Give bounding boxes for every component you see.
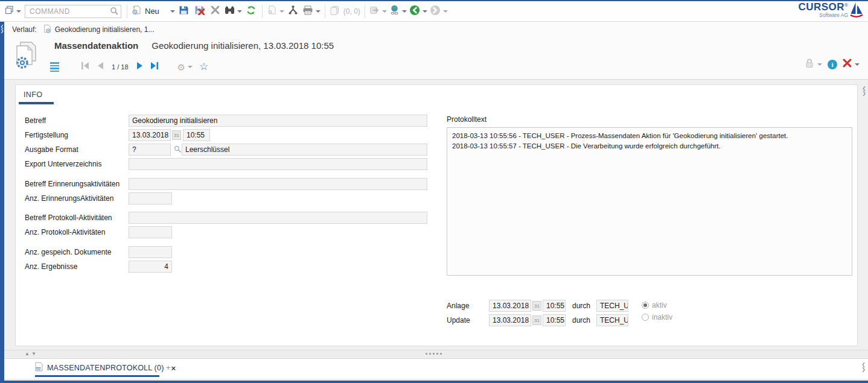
document-plus-icon (267, 5, 277, 17)
anlage-label: Anlage (447, 302, 469, 310)
field-label-export-unterverzeichnis: Export Unterverzeichnis (25, 160, 101, 168)
left-collapse-rail[interactable]: ❮ ❯ (0, 22, 4, 381)
betreff-value: Geokodierung initialisieren (132, 116, 217, 125)
export-button[interactable] (369, 4, 387, 19)
save-cancel-button[interactable] (193, 4, 206, 19)
ausgabe-format-key-input[interactable]: ? (129, 144, 171, 156)
right-collapse-rail[interactable]: ❮ ❯ (862, 86, 866, 96)
anlage-user-input[interactable]: TECH_U (596, 300, 628, 312)
page-title: Massendatenaktion Geokodierung initialis… (54, 40, 334, 51)
copy-record-button[interactable] (267, 4, 284, 19)
fertigstellung-time-input[interactable]: 10:55 (183, 129, 210, 141)
history-tab[interactable]: Geokodierung initialisieren, 1... (42, 24, 155, 36)
tab-info[interactable]: INFO (24, 90, 42, 99)
chevron-down-icon (443, 10, 448, 13)
update-time-value: 10:55 (546, 316, 564, 324)
splitter-arrows-icon[interactable]: ▲▼ (25, 351, 38, 356)
command-input[interactable] (25, 5, 121, 18)
next-record-button[interactable] (136, 62, 144, 72)
field-label-anz-protokoll: Anz. Protokoll-Aktivitäten (25, 228, 105, 236)
bottom-tab-label: MASSENDATENPROTOKOLL (0) (47, 364, 164, 372)
calendar-button[interactable]: 31 (172, 130, 181, 140)
web-link-button[interactable] (389, 4, 407, 19)
save-button[interactable] (177, 4, 191, 19)
refresh-button[interactable] (244, 4, 258, 19)
calendar-button[interactable]: 31 (532, 315, 541, 325)
anz-dokumente-input[interactable] (129, 246, 172, 258)
anlage-date-value: 13.03.2018 (493, 302, 529, 310)
fertigstellung-date-value: 13.03.2018 (132, 131, 168, 139)
previous-record-button[interactable] (97, 62, 104, 72)
anlage-time-input[interactable]: 10:55 (543, 300, 566, 312)
toolbar-separator (325, 5, 325, 18)
betreff-erinnerung-input[interactable] (129, 178, 427, 190)
protokolltext-label: Protokolltext (447, 115, 487, 124)
bottom-collapse-rail[interactable]: ❮ ❯ (861, 362, 866, 372)
expand-right-icon[interactable]: ❯ (861, 367, 866, 372)
field-label-betreff-erinnerung: Betreff Erinnerungsaktivitäten (25, 180, 120, 188)
tab-massendatenprotokoll[interactable]: MASSENDATENPROTOKOLL (0) × (34, 362, 176, 374)
fertigstellung-date-input[interactable]: 13.03.2018 (129, 129, 171, 141)
delete-button[interactable] (209, 4, 222, 19)
pager-label: 1 / 18 (112, 63, 129, 71)
save-cancel-icon (194, 5, 205, 17)
anz-ergebnisse-input[interactable]: 4 (129, 261, 172, 273)
clipboard-count-button[interactable]: (0, 0) (330, 4, 360, 19)
favorite-star-icon[interactable]: ☆ (199, 62, 208, 72)
actions-gear-button[interactable]: ⚙ (177, 63, 193, 72)
field-label-anz-erinnerung: Anz. ErinnerungsAktivitäten (25, 194, 113, 203)
ausgabe-format-text-input[interactable]: Leerschlüssel (182, 144, 427, 156)
close-record-button[interactable] (843, 59, 860, 70)
last-record-button[interactable] (150, 62, 159, 72)
print-button[interactable] (302, 4, 321, 19)
new-record-button[interactable]: Neu (132, 4, 175, 19)
first-record-button[interactable] (81, 62, 90, 72)
update-date-value: 13.03.2018 (493, 316, 529, 324)
refresh-icon (246, 5, 256, 17)
update-user-input[interactable]: TECH_U (596, 314, 628, 326)
betreff-input[interactable]: Geokodierung initialisieren (129, 115, 427, 127)
history-tab-label: Geokodierung initialisieren, 1... (55, 25, 155, 34)
record-navigation: 1 / 18 ⚙ ☆ (50, 59, 208, 75)
update-time-input[interactable]: 10:55 (543, 314, 566, 326)
ausgabe-format-text-value: Leerschlüssel (185, 145, 229, 154)
anz-protokoll-input[interactable] (129, 226, 172, 238)
window-selector-button[interactable] (5, 4, 21, 19)
entity-name: Massendatenaktion (54, 40, 138, 51)
cursor-logo: CURSOR® Software AG (798, 2, 863, 21)
bottom-tab-bar: MASSENDATENPROTOKOLL (0) × + ❮ ❯ (4, 359, 868, 379)
anz-erinnerung-input[interactable] (129, 192, 172, 204)
info-icon[interactable]: i (828, 60, 837, 69)
radio-aktiv[interactable]: aktiv (642, 301, 667, 309)
record-header: Verlauf: Geokodierung initialisieren, 1.… (4, 22, 868, 80)
collapse-left-icon[interactable]: ❮ (1, 24, 4, 28)
menu-icon[interactable] (50, 62, 59, 72)
close-x-icon (843, 59, 852, 70)
protokolltext-area[interactable]: 2018-03-13 10:55:56 - TECH_USER - Prozes… (447, 127, 852, 276)
expand-right-icon[interactable]: ❯ (862, 91, 866, 96)
lookup-search-icon[interactable] (174, 145, 182, 156)
chevron-down-icon (170, 10, 175, 13)
log-line: 2018-03-13 10:55:56 - TECH_USER - Prozes… (452, 131, 847, 141)
navigate-forward-button[interactable] (430, 4, 448, 19)
calendar-button[interactable]: 31 (532, 301, 541, 311)
main-toolbar: Neu (0, 0, 868, 22)
betreff-protokoll-input[interactable] (129, 212, 427, 224)
search-icon[interactable] (110, 7, 119, 18)
tab-close-icon[interactable]: × (171, 364, 176, 373)
toolbar-separator (127, 5, 127, 18)
radio-inaktiv[interactable]: inaktiv (642, 313, 672, 321)
panel-splitter[interactable]: ▲▼ (4, 350, 868, 359)
anlage-date-input[interactable]: 13.03.2018 (489, 300, 531, 312)
chevron-down-icon (817, 63, 822, 66)
navigate-back-button[interactable] (409, 4, 427, 19)
data-merge-button[interactable] (287, 4, 300, 19)
splitter-grip-icon[interactable] (426, 353, 442, 355)
export-unterverzeichnis-input[interactable] (129, 158, 427, 170)
advanced-search-button[interactable] (225, 4, 242, 19)
update-date-input[interactable]: 13.03.2018 (489, 314, 531, 326)
add-tab-button[interactable]: + (166, 363, 171, 372)
calendar-icon: 31 (534, 318, 540, 323)
expand-right-icon[interactable]: ❯ (1, 28, 4, 33)
lock-button[interactable] (805, 58, 822, 71)
